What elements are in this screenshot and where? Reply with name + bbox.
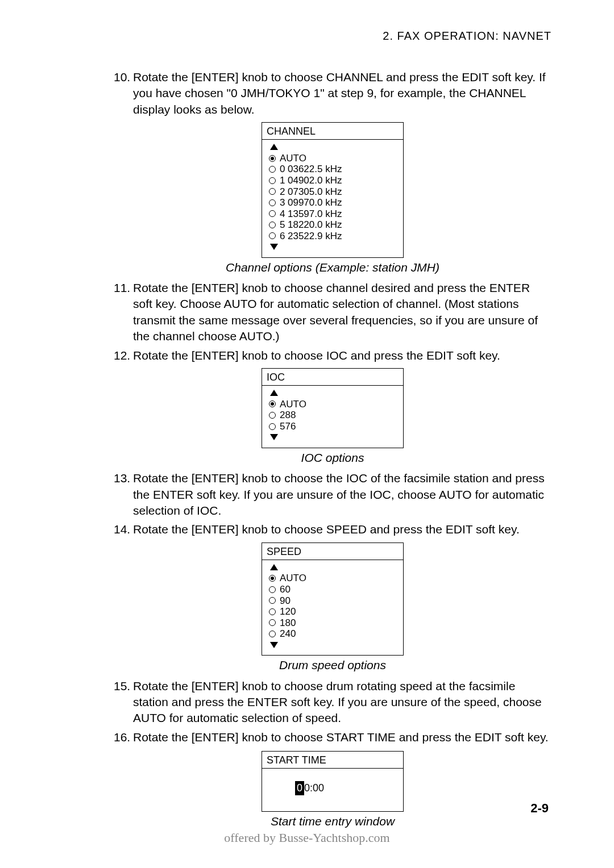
speed-option[interactable]: 90 <box>269 595 396 607</box>
ioc-option[interactable]: 288 <box>269 410 396 421</box>
speed-box-body: AUTO 60 90 120 180 240 <box>262 560 403 655</box>
step-10: 10. Rotate the [ENTER] knob to choose CH… <box>114 69 551 118</box>
speed-option[interactable]: 240 <box>269 628 396 640</box>
option-label: 09970.0 kHz <box>288 197 342 208</box>
channel-box-body: AUTO 003622.5 kHz 104902.0 kHz 207305.0 … <box>262 140 403 257</box>
radio-empty-icon <box>269 188 276 195</box>
start-time-caption: Start time entry window <box>114 813 551 829</box>
channel-index: 0 <box>280 164 288 175</box>
radio-empty-icon <box>269 210 276 217</box>
ioc-option[interactable]: AUTO <box>269 399 396 410</box>
step-number: 10. <box>114 69 133 118</box>
channel-index: 6 <box>280 231 288 242</box>
step-13: 13. Rotate the [ENTER] knob to choose th… <box>114 470 551 519</box>
start-time-box: START TIME 00:00 <box>262 751 404 812</box>
option-label: 576 <box>280 421 296 432</box>
channel-options-box: CHANNEL AUTO 003622.5 kHz 104902.0 kHz 2… <box>262 122 404 258</box>
speed-option[interactable]: 120 <box>269 606 396 617</box>
step-number: 12. <box>114 348 133 364</box>
option-label: 03622.5 kHz <box>288 164 342 174</box>
channel-option[interactable]: 623522.9 kHz <box>269 231 396 242</box>
step-text: Rotate the [ENTER] knob to choose drum r… <box>133 678 551 727</box>
radio-empty-icon <box>269 608 276 615</box>
speed-option[interactable]: AUTO <box>269 573 396 584</box>
speed-caption: Drum speed options <box>114 657 551 673</box>
step-12: 12. Rotate the [ENTER] knob to choose IO… <box>114 348 551 364</box>
option-label: AUTO <box>280 399 306 410</box>
speed-box-title: SPEED <box>262 543 403 560</box>
page-number: 2-9 <box>530 800 549 817</box>
radio-empty-icon <box>269 177 276 184</box>
time-rest: 0:00 <box>304 782 324 794</box>
step-11: 11. Rotate the [ENTER] knob to choose ch… <box>114 280 551 344</box>
start-time-title: START TIME <box>262 752 403 769</box>
ioc-option[interactable]: 576 <box>269 421 396 432</box>
step-number: 11. <box>114 280 133 344</box>
start-time-value[interactable]: 00:00 <box>262 769 403 811</box>
channel-option[interactable]: AUTO <box>269 153 396 164</box>
step-text: Rotate the [ENTER] knob to choose CHANNE… <box>133 69 551 118</box>
ioc-options-box: IOC AUTO 288 576 <box>262 368 404 448</box>
channel-option[interactable]: 309970.0 kHz <box>269 197 396 208</box>
channel-index: 2 <box>280 186 288 198</box>
ioc-box-title: IOC <box>262 369 403 386</box>
radio-empty-icon <box>269 597 276 604</box>
radio-selected-icon <box>269 400 276 407</box>
radio-empty-icon <box>269 423 276 430</box>
option-label: 60 <box>280 584 291 595</box>
radio-empty-icon <box>269 199 276 206</box>
radio-empty-icon <box>269 166 276 173</box>
scroll-down-icon <box>270 434 278 440</box>
ioc-caption: IOC options <box>114 450 551 466</box>
channel-option[interactable]: 207305.0 kHz <box>269 186 396 198</box>
scroll-up-icon <box>270 144 278 150</box>
channel-box-title: CHANNEL <box>262 123 403 140</box>
speed-option[interactable]: 180 <box>269 617 396 629</box>
radio-empty-icon <box>269 232 276 239</box>
radio-empty-icon <box>269 412 276 419</box>
speed-option[interactable]: 60 <box>269 584 396 595</box>
option-label: 90 <box>280 595 291 607</box>
channel-option[interactable]: 003622.5 kHz <box>269 164 396 175</box>
channel-option[interactable]: 518220.0 kHz <box>269 219 396 231</box>
scroll-up-icon <box>270 390 278 396</box>
option-label: AUTO <box>280 573 306 584</box>
channel-option[interactable]: 413597.0 kHz <box>269 208 396 220</box>
radio-empty-icon <box>269 586 276 593</box>
option-label: 13597.0 kHz <box>288 208 342 219</box>
option-label: 04902.0 kHz <box>288 175 342 186</box>
step-text: Rotate the [ENTER] knob to choose the IO… <box>133 470 551 519</box>
option-label: 240 <box>280 628 296 640</box>
radio-selected-icon <box>269 575 276 582</box>
step-text: Rotate the [ENTER] knob to choose IOC an… <box>133 348 551 364</box>
option-label: 07305.0 kHz <box>288 186 342 197</box>
step-number: 13. <box>114 470 133 519</box>
option-label: AUTO <box>280 153 306 164</box>
step-15: 15. Rotate the [ENTER] knob to choose dr… <box>114 678 551 727</box>
step-text: Rotate the [ENTER] knob to choose channe… <box>133 280 551 344</box>
radio-selected-icon <box>269 155 276 162</box>
step-number: 15. <box>114 678 133 727</box>
ioc-box-body: AUTO 288 576 <box>262 386 403 448</box>
radio-empty-icon <box>269 631 276 637</box>
option-label: 18220.0 kHz <box>288 219 342 230</box>
step-number: 14. <box>114 521 133 537</box>
scroll-down-icon <box>270 244 278 250</box>
footer-text: offered by Busse-Yachtshop.com <box>0 829 614 846</box>
speed-options-box: SPEED AUTO 60 90 120 180 240 <box>262 542 404 656</box>
scroll-up-icon <box>270 564 278 570</box>
page-header: 2. FAX OPERATION: NAVNET <box>114 28 551 44</box>
channel-option[interactable]: 104902.0 kHz <box>269 175 396 186</box>
time-cursor-digit: 0 <box>295 781 304 795</box>
option-label: 23522.9 kHz <box>288 231 342 241</box>
channel-index: 3 <box>280 197 288 208</box>
channel-index: 5 <box>280 219 288 231</box>
step-14: 14. Rotate the [ENTER] knob to choose SP… <box>114 521 551 537</box>
radio-empty-icon <box>269 222 276 228</box>
option-label: 120 <box>280 606 296 617</box>
channel-caption: Channel options (Example: station JMH) <box>114 260 551 276</box>
step-text: Rotate the [ENTER] knob to choose SPEED … <box>133 521 551 537</box>
channel-index: 4 <box>280 208 288 220</box>
step-text: Rotate the [ENTER] knob to choose START … <box>133 729 551 745</box>
channel-index: 1 <box>280 175 288 186</box>
